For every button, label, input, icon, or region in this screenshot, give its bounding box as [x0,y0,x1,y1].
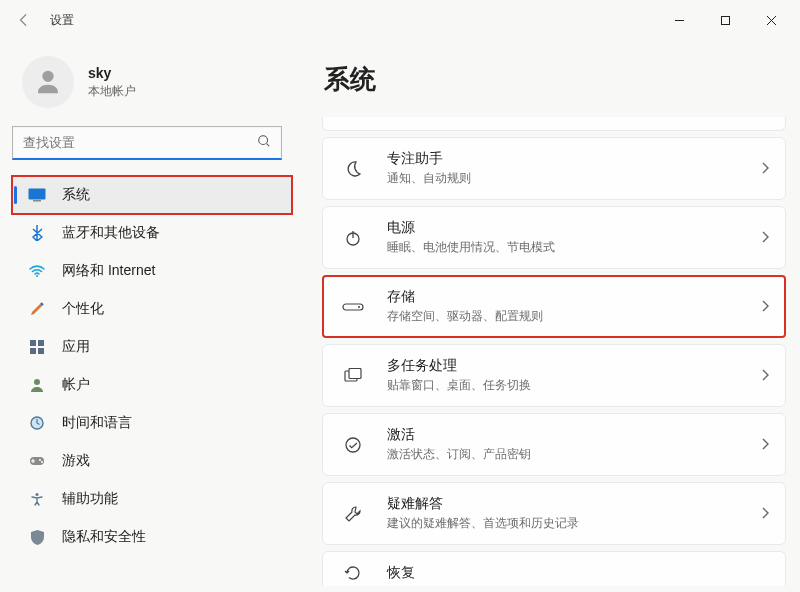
page-title: 系统 [322,40,786,117]
avatar [22,56,74,108]
nav-item-bluetooth[interactable]: 蓝牙和其他设备 [12,214,292,252]
svg-rect-3 [33,200,41,202]
shield-icon [26,530,48,545]
nav-label: 系统 [62,186,90,204]
card-title: 激活 [387,426,761,444]
card-title: 存储 [387,288,761,306]
svg-point-9 [34,379,40,385]
card-subtitle: 存储空间、驱动器、配置规则 [387,308,761,325]
nav-label: 辅助功能 [62,490,118,508]
nav-item-personalize[interactable]: 个性化 [12,290,292,328]
chevron-right-icon [761,506,769,522]
card-storage[interactable]: 存储 存储空间、驱动器、配置规则 [322,275,786,338]
apps-icon [26,340,48,354]
multitask-icon [339,368,367,384]
svg-rect-2 [29,189,46,200]
nav-item-accounts[interactable]: 帐户 [12,366,292,404]
chevron-right-icon [761,299,769,315]
recovery-icon [339,565,367,581]
drive-icon [339,301,367,313]
nav-label: 帐户 [62,376,90,394]
account-block[interactable]: sky 本地帐户 [12,40,292,126]
wrench-icon [339,505,367,523]
svg-point-12 [39,459,41,461]
card-focus[interactable]: 专注助手 通知、自动规则 [322,137,786,200]
card-subtitle: 通知、自动规则 [387,170,761,187]
window-controls [656,4,794,36]
nav-label: 游戏 [62,452,90,470]
search-box[interactable] [12,126,282,160]
card-subtitle: 贴靠窗口、桌面、任务切换 [387,377,761,394]
card-subtitle: 建议的疑难解答、首选项和历史记录 [387,515,761,532]
svg-rect-7 [30,348,36,354]
chevron-right-icon [761,161,769,177]
card-recovery[interactable]: 恢复 [322,551,786,586]
svg-point-17 [358,306,360,308]
svg-rect-6 [38,340,44,346]
card-partial-top[interactable] [322,117,786,131]
chevron-right-icon [761,368,769,384]
nav-item-time[interactable]: 时间和语言 [12,404,292,442]
accessibility-icon [26,492,48,506]
svg-point-14 [36,493,39,496]
sidebar: sky 本地帐户 系统 蓝牙和其 [0,40,300,592]
titlebar: 设置 [0,0,800,40]
nav-label: 时间和语言 [62,414,132,432]
close-button[interactable] [748,4,794,36]
nav-item-privacy[interactable]: 隐私和安全性 [12,518,292,556]
svg-point-13 [41,461,43,463]
nav-item-gaming[interactable]: 游戏 [12,442,292,480]
power-icon [339,229,367,247]
nav-item-system[interactable]: 系统 [12,176,292,214]
card-subtitle: 睡眠、电池使用情况、节电模式 [387,239,761,256]
nav-list: 系统 蓝牙和其他设备 网络和 Internet 个性化 [12,176,292,556]
nav-label: 隐私和安全性 [62,528,146,546]
gamepad-icon [26,455,48,467]
svg-rect-0 [721,16,729,24]
card-title: 多任务处理 [387,357,761,375]
card-title: 专注助手 [387,150,761,168]
maximize-button[interactable] [702,4,748,36]
nav-label: 个性化 [62,300,104,318]
nav-label: 应用 [62,338,90,356]
person-icon [26,378,48,392]
system-icon [26,188,48,202]
card-subtitle: 激活状态、订阅、产品密钥 [387,446,761,463]
clock-icon [26,416,48,430]
chevron-right-icon [761,230,769,246]
svg-point-4 [36,275,38,277]
chevron-right-icon [761,437,769,453]
nav-item-network[interactable]: 网络和 Internet [12,252,292,290]
svg-rect-8 [38,348,44,354]
card-power[interactable]: 电源 睡眠、电池使用情况、节电模式 [322,206,786,269]
minimize-button[interactable] [656,4,702,36]
account-type: 本地帐户 [88,83,136,100]
back-button[interactable] [6,2,42,38]
svg-rect-19 [349,368,361,378]
card-title: 疑难解答 [387,495,761,513]
wifi-icon [26,265,48,277]
window-title: 设置 [50,12,74,29]
bluetooth-icon [26,225,48,241]
nav-label: 蓝牙和其他设备 [62,224,160,242]
svg-point-20 [346,438,360,452]
moon-icon [339,160,367,178]
search-input[interactable] [23,135,257,150]
svg-rect-5 [30,340,36,346]
account-name: sky [88,65,136,81]
check-circle-icon [339,436,367,454]
card-title: 恢复 [387,564,769,582]
nav-item-accessibility[interactable]: 辅助功能 [12,480,292,518]
card-multitask[interactable]: 多任务处理 贴靠窗口、桌面、任务切换 [322,344,786,407]
main-content: 系统 专注助手 通知、自动规则 电源 睡眠、电池使用情况、节电 [300,40,800,592]
search-icon [257,134,271,151]
card-troubleshoot[interactable]: 疑难解答 建议的疑难解答、首选项和历史记录 [322,482,786,545]
brush-icon [26,301,48,317]
card-title: 电源 [387,219,761,237]
svg-point-1 [259,136,268,145]
card-activation[interactable]: 激活 激活状态、订阅、产品密钥 [322,413,786,476]
nav-item-apps[interactable]: 应用 [12,328,292,366]
nav-label: 网络和 Internet [62,262,155,280]
